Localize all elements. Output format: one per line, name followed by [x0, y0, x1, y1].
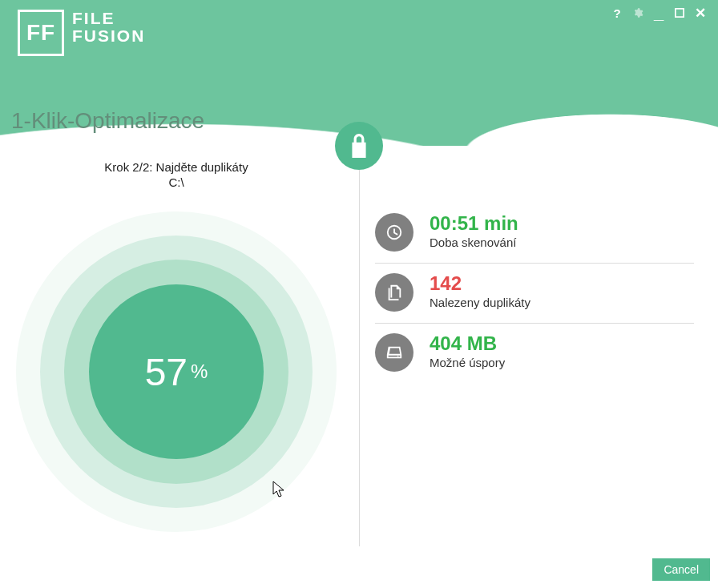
- vertical-divider: [359, 170, 360, 546]
- stat-duplicates: 142 Nalezeny duplikáty: [375, 264, 694, 324]
- stat-savings-value: 404 MB: [430, 333, 505, 354]
- brand-name: FILE FUSION: [72, 10, 145, 45]
- step-label: Krok 2/2: Najděte duplikáty: [16, 160, 337, 174]
- svg-rect-0: [676, 9, 684, 17]
- stat-time-value: 00:51 min: [430, 213, 518, 234]
- progress-core: 57%: [89, 284, 264, 459]
- files-icon: [375, 273, 413, 312]
- stat-savings: 404 MB Možné úspory: [375, 324, 694, 383]
- progress-percent: 57: [145, 350, 188, 394]
- title-bar-controls: ? _ ✕: [611, 6, 707, 19]
- stat-dupes-label: Nalezeny duplikáty: [430, 296, 530, 309]
- app-window: FF FILE FUSION ? _ ✕ 1-Klik-Optimalizace: [0, 0, 718, 588]
- clock-icon: [375, 213, 413, 252]
- minimize-icon[interactable]: _: [652, 6, 665, 19]
- cancel-button[interactable]: Cancel: [652, 558, 710, 581]
- step-path: C:\: [16, 175, 337, 189]
- left-panel: Krok 2/2: Najděte duplikáty C:\ 57%: [0, 146, 353, 546]
- stat-savings-label: Možné úspory: [430, 356, 505, 369]
- logo-initials: FF: [26, 20, 55, 46]
- maximize-icon[interactable]: [673, 6, 686, 19]
- content: Krok 2/2: Najděte duplikáty C:\ 57%: [0, 146, 718, 546]
- gear-icon[interactable]: [631, 6, 644, 19]
- stat-dupes-value: 142: [430, 273, 530, 294]
- progress-unit: %: [191, 360, 208, 383]
- logo: FF: [18, 10, 64, 56]
- close-icon[interactable]: ✕: [694, 6, 707, 19]
- page-title: 1-Klik-Optimalizace: [11, 108, 204, 134]
- disk-icon: [375, 333, 413, 372]
- stat-time-label: Doba skenování: [430, 236, 518, 249]
- lock-icon: [335, 122, 383, 170]
- stat-scan-time: 00:51 min Doba skenování: [375, 203, 694, 264]
- footer: Cancel: [0, 551, 718, 588]
- help-icon[interactable]: ?: [611, 6, 623, 19]
- progress-rings: 57%: [16, 211, 337, 532]
- right-panel: 00:51 min Doba skenování 142 Nalezeny du…: [353, 146, 718, 546]
